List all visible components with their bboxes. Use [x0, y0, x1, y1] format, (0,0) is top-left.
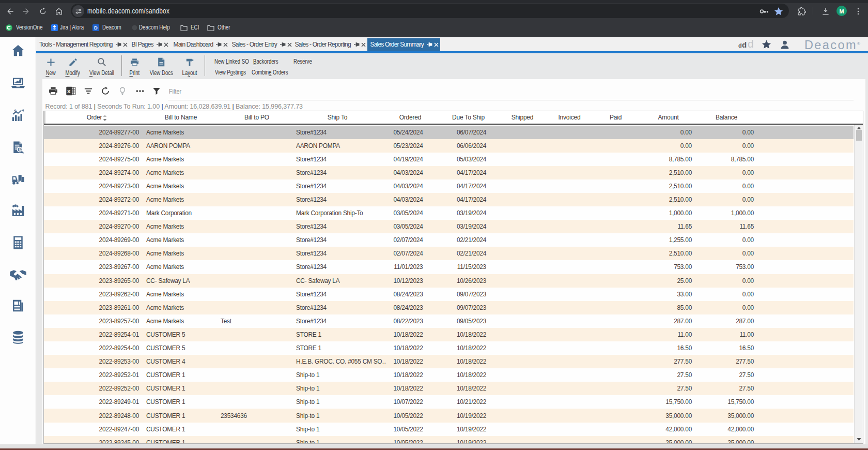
- svg-text:$: $: [14, 109, 17, 114]
- svg-text:X: X: [67, 88, 71, 94]
- svg-text:D: D: [94, 25, 98, 31]
- svg-text:$: $: [19, 147, 21, 152]
